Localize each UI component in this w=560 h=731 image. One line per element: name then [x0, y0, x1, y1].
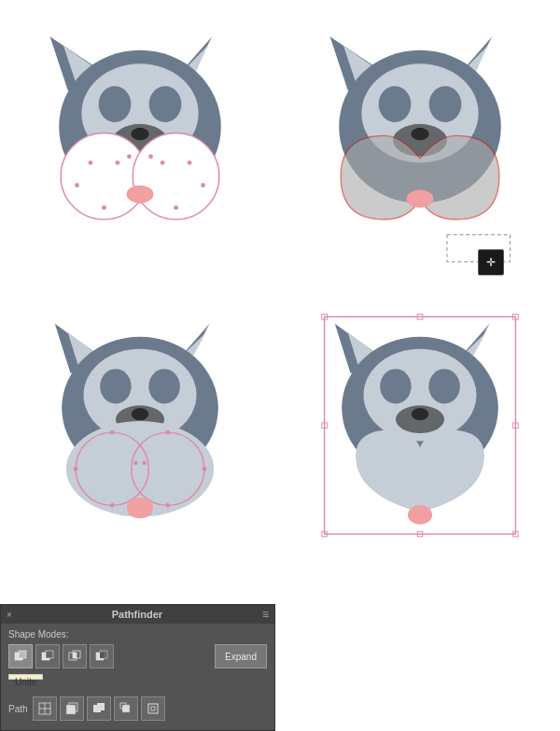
svg-point-63	[380, 369, 412, 403]
minus-front-icon	[40, 649, 55, 664]
crop-icon	[119, 701, 133, 716]
svg-point-67	[408, 505, 432, 524]
outline-icon	[146, 701, 161, 716]
svg-point-33	[407, 190, 434, 207]
svg-point-22	[148, 154, 153, 159]
panel-title: Pathfinder	[112, 609, 162, 620]
shape-modes-label: Shape Modes:	[8, 629, 267, 640]
svg-rect-93	[97, 703, 105, 710]
divide-icon	[37, 701, 52, 716]
svg-point-52	[165, 503, 170, 508]
crop-button[interactable]	[114, 696, 138, 721]
fox-cell-bottom-right	[280, 289, 560, 579]
trim-icon	[64, 701, 79, 716]
svg-point-16	[188, 161, 192, 165]
svg-point-41	[100, 369, 132, 403]
minus-front-button[interactable]	[35, 644, 60, 668]
tooltip-container: Unite	[8, 674, 267, 693]
svg-point-20	[201, 183, 205, 188]
svg-point-18	[174, 205, 178, 210]
svg-point-42	[148, 369, 180, 403]
svg-point-9	[131, 128, 148, 141]
pathfinders-label: Path	[8, 704, 28, 714]
svg-rect-83	[73, 653, 77, 658]
svg-point-15	[161, 161, 165, 165]
fox-cell-top-right: ✛	[280, 0, 560, 289]
svg-rect-80	[46, 651, 53, 658]
svg-rect-86	[100, 653, 104, 658]
svg-point-53	[74, 467, 78, 471]
unite-icon	[13, 649, 28, 664]
svg-point-54	[203, 467, 207, 471]
svg-point-13	[89, 161, 93, 165]
fox-cell-bottom-left	[0, 289, 280, 579]
svg-rect-90	[66, 705, 76, 714]
panel-titlebar: × Pathfinder ≡	[1, 605, 274, 624]
svg-point-48	[127, 498, 153, 518]
svg-point-44	[132, 408, 149, 420]
trim-button[interactable]	[60, 696, 84, 721]
svg-point-14	[115, 161, 119, 165]
svg-point-7	[149, 86, 182, 122]
svg-point-6	[99, 86, 132, 122]
svg-point-12	[127, 185, 154, 203]
intersect-icon	[67, 649, 82, 664]
unite-tooltip: Unite	[8, 674, 43, 680]
outline-button[interactable]	[141, 696, 165, 721]
fox-illustration-1	[28, 19, 252, 271]
svg-point-64	[428, 369, 460, 403]
svg-point-51	[165, 430, 170, 435]
exclude-icon	[94, 649, 109, 664]
svg-rect-96	[148, 704, 158, 713]
svg-point-66	[412, 408, 429, 420]
svg-point-56	[142, 460, 147, 465]
svg-point-30	[429, 86, 462, 122]
panel-close-x[interactable]: ×	[7, 610, 12, 620]
svg-point-29	[379, 86, 412, 122]
svg-point-19	[75, 183, 79, 188]
pathfinder-panel: × Pathfinder ≡ Shape Modes:	[0, 604, 275, 731]
move-cursor-icon: ✛	[478, 249, 504, 275]
exclude-button[interactable]	[90, 644, 114, 668]
fox-grid: ✛	[0, 0, 560, 579]
svg-point-55	[133, 460, 138, 465]
divide-button[interactable]	[33, 696, 57, 721]
canvas-area: ✛	[0, 0, 560, 731]
pathfinders-row: Path	[8, 696, 267, 721]
svg-point-32	[411, 128, 428, 141]
merge-icon	[91, 701, 106, 716]
svg-rect-78	[19, 651, 26, 658]
panel-menu-button[interactable]: ≡	[262, 608, 269, 621]
shape-modes-row: Expand	[8, 644, 267, 668]
fox-cell-top-left	[0, 0, 280, 289]
fox-illustration-4	[308, 308, 532, 560]
intersect-button[interactable]	[63, 644, 87, 668]
svg-rect-97	[151, 707, 155, 710]
svg-point-49	[110, 430, 115, 435]
fox-illustration-3	[28, 308, 252, 560]
unite-button[interactable]	[8, 644, 33, 668]
svg-point-21	[127, 154, 132, 159]
panel-body: Shape Modes:	[1, 624, 274, 730]
merge-button[interactable]	[87, 696, 111, 721]
expand-button[interactable]: Expand	[215, 644, 267, 668]
fox-illustration-2	[308, 19, 532, 271]
svg-point-17	[102, 205, 106, 210]
svg-point-50	[110, 503, 115, 508]
